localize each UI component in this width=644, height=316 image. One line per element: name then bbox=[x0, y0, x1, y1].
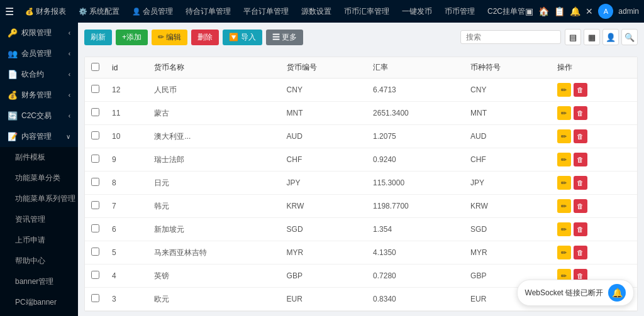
sidebar-item-members[interactable]: 👥会员管理 ‹ bbox=[0, 43, 78, 64]
sidebar-item-content[interactable]: 📝内容管理 ∨ bbox=[0, 126, 78, 147]
delete-row-button[interactable]: 🗑 bbox=[574, 153, 587, 166]
col-code: 货币编号 bbox=[280, 57, 367, 79]
cell-id: 5 bbox=[106, 241, 148, 264]
delete-button[interactable]: 删除 bbox=[191, 30, 219, 45]
cell-actions: ✏ 🗑 bbox=[551, 241, 637, 264]
cell-id: 3 bbox=[106, 288, 148, 311]
row-checkbox[interactable] bbox=[91, 178, 99, 186]
cell-actions: ✏ 🗑 bbox=[551, 218, 637, 241]
edit-row-button[interactable]: ✏ bbox=[557, 153, 571, 166]
cell-name: 澳大利亚... bbox=[148, 125, 280, 148]
sidebar-item-help[interactable]: 帮助中心 bbox=[0, 251, 78, 271]
edit-row-button[interactable]: ✏ bbox=[557, 83, 571, 97]
cell-code: CHF bbox=[280, 148, 367, 172]
sidebar-item-announce[interactable]: 公告管理 bbox=[0, 313, 78, 316]
list-view-icon[interactable]: ▤ bbox=[565, 29, 581, 45]
nav-item-coin-manage[interactable]: 币币管理 bbox=[438, 0, 481, 23]
edit-button[interactable]: ✏ 编辑 bbox=[152, 30, 187, 45]
data-table: id 货币名称 货币编号 汇率 币种符号 操作 12 人民币 CNY 6.471… bbox=[84, 57, 638, 312]
edit-row-button[interactable]: ✏ bbox=[557, 129, 571, 143]
cell-rate: 1198.7700 bbox=[367, 195, 464, 218]
delete-row-button[interactable]: 🗑 bbox=[574, 83, 587, 97]
row-checkbox[interactable] bbox=[91, 248, 99, 256]
sidebar-item-template[interactable]: 副件模板 bbox=[0, 147, 78, 168]
delete-row-button[interactable]: 🗑 bbox=[574, 246, 587, 259]
cell-id: 8 bbox=[106, 172, 148, 195]
user-view-icon[interactable]: 👤 bbox=[602, 29, 619, 45]
row-checkbox[interactable] bbox=[91, 294, 99, 302]
table-row: 5 马来西亚林吉特 MYR 4.1350 MYR ✏ 🗑 bbox=[85, 241, 637, 264]
clipboard-icon[interactable]: 📋 bbox=[554, 6, 565, 16]
sidebar-item-finance[interactable]: 💰财务管理 ‹ bbox=[0, 85, 78, 106]
menu-toggle-icon[interactable]: ☰ bbox=[5, 6, 14, 18]
search-input[interactable] bbox=[460, 30, 561, 44]
cell-code: MNT bbox=[280, 102, 367, 125]
sidebar-item-pc-banner[interactable]: PC端banner bbox=[0, 292, 78, 313]
edit-row-button[interactable]: ✏ bbox=[557, 176, 571, 190]
layout-icon[interactable]: ▣ bbox=[525, 6, 533, 16]
sidebar-item-menu-cat[interactable]: 功能菜单分类 bbox=[0, 168, 78, 188]
cell-name: 新加坡元 bbox=[148, 218, 280, 241]
sidebar-item-c2c[interactable]: 🔄C2C交易 ‹ bbox=[0, 106, 78, 126]
cell-rate: 1.354 bbox=[367, 218, 464, 241]
cell-name: 韩元 bbox=[148, 195, 280, 218]
cell-actions: ✏ 🗑 bbox=[551, 172, 637, 195]
nav-item-pending[interactable]: 待合订单管理 bbox=[179, 0, 237, 23]
table-row: 8 日元 JPY 115.3000 JPY ✏ 🗑 bbox=[85, 172, 637, 195]
cell-symbol: KRW bbox=[464, 195, 550, 218]
nav-item-member[interactable]: 👤 会员管理 bbox=[126, 0, 179, 23]
table-header: id 货币名称 货币编号 汇率 币种符号 操作 bbox=[85, 57, 637, 79]
nav-item-c2c[interactable]: C2C挂单管理 bbox=[481, 0, 525, 23]
row-checkbox[interactable] bbox=[91, 108, 99, 116]
import-button[interactable]: 🔽 导入 bbox=[223, 30, 262, 45]
row-checkbox[interactable] bbox=[91, 201, 99, 209]
row-checkbox[interactable] bbox=[91, 85, 99, 93]
cell-rate: 0.9240 bbox=[367, 148, 464, 172]
cell-rate: 6.4713 bbox=[367, 79, 464, 102]
add-button[interactable]: +添加 bbox=[116, 30, 148, 45]
close-icon[interactable]: ✕ bbox=[586, 6, 593, 16]
nav-item-platform[interactable]: 平台订单管理 bbox=[237, 0, 295, 23]
sidebar-item-menu-series[interactable]: 功能菜单系列管理 bbox=[0, 188, 78, 209]
nav-item-sysconfg[interactable]: ⚙️ 系统配置 bbox=[72, 0, 126, 23]
cell-code: CNY bbox=[280, 79, 367, 102]
delete-row-button[interactable]: 🗑 bbox=[574, 176, 587, 190]
websocket-icon: 🔔 bbox=[608, 284, 626, 302]
content-area: 刷新 +添加 ✏ 编辑 删除 🔽 导入 ☰ 更多 ▤ ▦ 👤 🔍 bbox=[78, 23, 644, 316]
nav-item-issue[interactable]: 一键发币 bbox=[396, 0, 438, 23]
search-submit-icon[interactable]: 🔍 bbox=[621, 29, 638, 45]
sidebar-item-news[interactable]: 资讯管理 bbox=[0, 209, 78, 230]
refresh-button[interactable]: 刷新 bbox=[84, 30, 112, 45]
key-icon: 🔑 bbox=[8, 28, 18, 38]
edit-row-button[interactable]: ✏ bbox=[557, 246, 571, 259]
row-checkbox[interactable] bbox=[91, 155, 99, 163]
nav-item-currency-rate[interactable]: 币币汇率管理 bbox=[338, 0, 396, 23]
sidebar-item-permissions[interactable]: 🔑权限管理 ‹ bbox=[0, 23, 78, 43]
delete-row-button[interactable]: 🗑 bbox=[574, 199, 587, 213]
edit-row-button[interactable]: ✏ bbox=[557, 106, 571, 120]
c2c-icon: 🔄 bbox=[8, 111, 18, 121]
select-all-checkbox[interactable] bbox=[91, 63, 99, 71]
sidebar-item-banner[interactable]: banner管理 bbox=[0, 271, 78, 292]
delete-row-button[interactable]: 🗑 bbox=[574, 222, 587, 236]
edit-row-button[interactable]: ✏ bbox=[557, 222, 571, 236]
grid-view-icon[interactable]: ▦ bbox=[584, 29, 600, 45]
row-checkbox[interactable] bbox=[91, 224, 99, 232]
sidebar-item-contract[interactable]: 📄砍合约 ‹ bbox=[0, 64, 78, 85]
edit-row-button[interactable]: ✏ bbox=[557, 199, 571, 213]
delete-row-button[interactable]: 🗑 bbox=[574, 106, 587, 120]
nav-item-source[interactable]: 源数设置 bbox=[295, 0, 338, 23]
row-checkbox[interactable] bbox=[91, 271, 99, 279]
bell-icon[interactable]: 🔔 bbox=[570, 6, 580, 16]
home-icon[interactable]: 🏠 bbox=[538, 6, 549, 16]
top-nav-right: ▣ 🏠 📋 🔔 ✕ A admin bbox=[525, 4, 639, 19]
cell-actions: ✏ 🗑 bbox=[551, 195, 637, 218]
sidebar-item-listing-apply[interactable]: 上币申请 bbox=[0, 230, 78, 251]
cell-actions: ✏ 🗑 bbox=[551, 102, 637, 125]
more-button[interactable]: ☰ 更多 bbox=[266, 30, 303, 45]
delete-row-button[interactable]: 🗑 bbox=[574, 129, 587, 143]
nav-item-finance[interactable]: 💰 财务报表 bbox=[19, 0, 72, 23]
row-checkbox[interactable] bbox=[91, 131, 99, 139]
col-symbol: 币种符号 bbox=[464, 57, 550, 79]
cell-rate: 2651.3400 bbox=[367, 102, 464, 125]
